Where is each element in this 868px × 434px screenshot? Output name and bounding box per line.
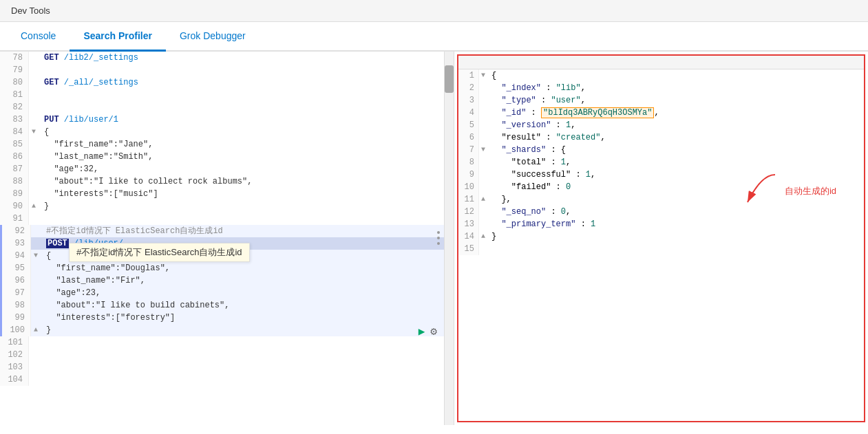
expand-icon[interactable] (31, 312, 41, 324)
line-content: } (39, 200, 49, 213)
code-editor[interactable]: 78GET /lib2/_settings7980GET /_all/_sett… (0, 52, 444, 425)
expand-icon[interactable]: ▲ (29, 200, 39, 213)
expand-icon[interactable] (29, 349, 39, 361)
response-line-content: "_version" : 1, (487, 119, 575, 131)
code-line: 98 "about":"I like to build cabinets", (0, 299, 444, 312)
response-expand-icon[interactable] (479, 82, 487, 94)
response-line-number: 2 (458, 82, 479, 94)
line-number: 80 (0, 76, 29, 89)
line-number: 101 (0, 336, 29, 349)
expand-icon[interactable] (29, 213, 39, 225)
tab-grok-debugger[interactable]: Grok Debugger (166, 22, 260, 52)
response-viewer: 1▼{2 "_index" : "lib",3 "_type" : "user"… (458, 56, 864, 421)
line-content: "about":"I like to build cabinets", (41, 299, 229, 312)
expand-icon[interactable] (29, 52, 39, 64)
expand-icon[interactable] (29, 361, 39, 373)
response-line: 6 "result" : "created", (458, 131, 864, 144)
tab-search-profiler[interactable]: Search Profiler (70, 22, 166, 52)
response-expand-icon[interactable]: ▲ (479, 230, 487, 243)
expand-icon[interactable]: ▲ (31, 324, 41, 336)
line-number: 103 (0, 361, 29, 373)
line-number: 94 (2, 250, 31, 262)
response-line: 1▼{ (458, 69, 864, 82)
response-line-number: 14 (458, 230, 479, 243)
response-expand-icon[interactable] (479, 107, 487, 119)
line-content (39, 361, 44, 373)
tab-console[interactable]: Console (7, 22, 70, 52)
line-content: "first_name":"Jane", (39, 138, 153, 151)
response-line-number: 7 (458, 144, 479, 156)
line-number: 104 (0, 373, 29, 386)
response-line: 7▼ "_shards" : { (458, 144, 864, 156)
code-line: 87 "age":32, (0, 163, 444, 175)
line-content (39, 373, 44, 386)
code-line: 99 "interests":["forestry"] (0, 312, 444, 324)
response-expand-icon[interactable]: ▲ (479, 193, 487, 206)
expand-icon[interactable] (31, 299, 41, 312)
response-expand-icon[interactable] (479, 218, 487, 230)
expand-icon[interactable] (31, 225, 41, 237)
code-line: 78GET /lib2/_settings (0, 52, 444, 64)
expand-icon[interactable] (29, 336, 39, 349)
expand-icon[interactable] (29, 113, 39, 126)
expand-icon[interactable] (29, 64, 39, 76)
code-line: 103 (0, 361, 444, 373)
response-line-number: 1 (458, 69, 479, 82)
line-number: 85 (0, 138, 29, 151)
line-content (39, 336, 44, 349)
response-expand-icon[interactable] (479, 243, 487, 255)
code-line: 89 "interests":["music"] (0, 188, 444, 200)
expand-icon[interactable] (31, 262, 41, 274)
line-content: GET /lib2/_settings (39, 52, 138, 64)
response-code: 1▼{2 "_index" : "lib",3 "_type" : "user"… (458, 69, 864, 255)
line-content: { (41, 250, 51, 262)
id-value-highlight: "blIdq3ABRyQ6qH3OSMYa" (541, 107, 654, 118)
right-panel: 1▼{2 "_index" : "lib",3 "_type" : "user"… (457, 54, 865, 422)
expand-icon[interactable] (29, 188, 39, 200)
expand-icon[interactable] (31, 237, 41, 250)
expand-icon[interactable] (29, 175, 39, 188)
code-line: 83PUT /lib/user/1 (0, 113, 444, 126)
response-expand-icon[interactable] (479, 156, 487, 169)
settings-button[interactable]: ⚙ (430, 325, 437, 338)
response-line-content: }, (487, 193, 511, 206)
expand-icon[interactable] (29, 89, 39, 101)
response-line: 5 "_version" : 1, (458, 119, 864, 131)
line-number: 88 (0, 175, 29, 188)
response-expand-icon[interactable]: ▼ (479, 144, 487, 156)
line-content: "first_name":"Douglas", (41, 262, 170, 274)
expand-icon[interactable] (29, 151, 39, 163)
response-line-content: } (487, 230, 496, 243)
response-line-content: { (487, 69, 496, 82)
response-line-content: "_seq_no" : 0, (487, 206, 571, 218)
response-expand-icon[interactable] (479, 119, 487, 131)
expand-icon[interactable] (29, 373, 39, 386)
expand-icon[interactable]: ▼ (29, 126, 39, 138)
response-expand-icon[interactable] (479, 169, 487, 181)
play-button[interactable]: ▶ (419, 325, 425, 338)
tabs-bar: Console Search Profiler Grok Debugger (0, 22, 868, 52)
expand-icon[interactable]: ▼ (31, 250, 41, 262)
expand-icon[interactable] (29, 101, 39, 113)
response-expand-icon[interactable] (479, 131, 487, 144)
line-number: 92 (2, 225, 31, 237)
line-number: 93 (2, 237, 31, 250)
expand-icon[interactable] (29, 138, 39, 151)
scrollbar[interactable] (444, 52, 454, 425)
response-expand-icon[interactable] (479, 206, 487, 218)
response-expand-icon[interactable] (479, 94, 487, 107)
expand-icon[interactable] (31, 287, 41, 299)
response-expand-icon[interactable] (479, 181, 487, 193)
line-content (39, 101, 44, 113)
line-number: 89 (0, 188, 29, 200)
expand-icon[interactable] (31, 274, 41, 287)
expand-icon[interactable] (29, 163, 39, 175)
expand-icon[interactable] (29, 76, 39, 89)
response-expand-icon[interactable]: ▼ (479, 69, 487, 82)
line-number: 86 (0, 151, 29, 163)
response-line-content: "_shards" : { (487, 144, 566, 156)
ellipsis-dot (437, 237, 440, 239)
response-line-content: "_index" : "lib", (487, 82, 586, 94)
scroll-thumb[interactable] (445, 65, 454, 93)
response-line-number: 3 (458, 94, 479, 107)
